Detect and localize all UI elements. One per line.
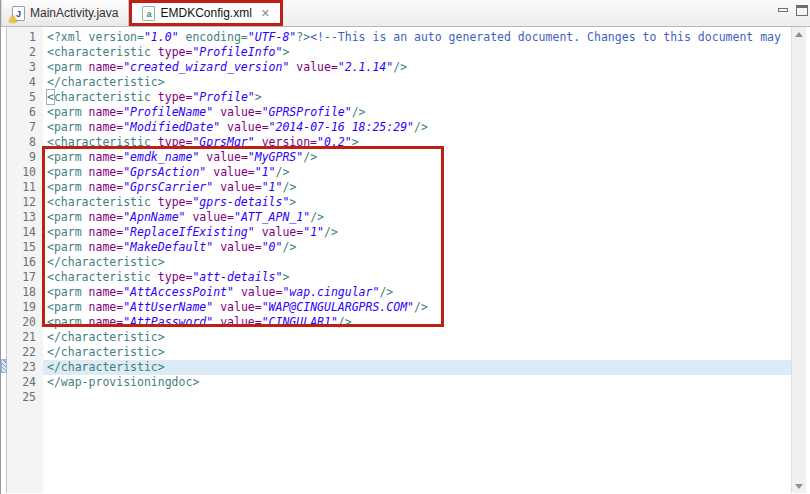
code-line[interactable]: </characteristic>: [43, 255, 791, 270]
line-number: 10: [7, 165, 43, 180]
line-number: 5: [7, 90, 43, 105]
code-line[interactable]: </characteristic>: [43, 75, 791, 90]
java-file-icon: J: [12, 6, 25, 21]
line-number: 11: [7, 180, 43, 195]
code-line[interactable]: <parm name="GprsAction" value="1"/>: [43, 165, 791, 180]
code-line[interactable]: <parm name="ProfileName" value="GPRSProf…: [43, 105, 791, 120]
code-line[interactable]: <?xml version="1.0" encoding="UTF-8"?><!…: [43, 30, 791, 45]
line-number: 14: [7, 225, 43, 240]
code-line[interactable]: <characteristic type="GprsMgr" version="…: [43, 135, 791, 150]
line-number: 21: [7, 330, 43, 345]
code-line[interactable]: <parm name="ModifiedDate" value="2014-07…: [43, 120, 791, 135]
eclipse-editor-window: J MainActivity.java a EMDKConfig.xml ✕ 1…: [0, 0, 810, 494]
line-number: 7: [7, 120, 43, 135]
code-line[interactable]: </characteristic>: [43, 360, 791, 375]
line-number: 23: [7, 360, 43, 375]
xml-file-icon: a: [142, 6, 155, 21]
code-line[interactable]: </characteristic>: [43, 330, 791, 345]
code-line[interactable]: <characteristic type="Profile">: [43, 90, 791, 105]
gutter-numbers: 1234567891011121314151617181920212223242…: [7, 27, 43, 493]
line-number: 15: [7, 240, 43, 255]
line-number: 19: [7, 300, 43, 315]
line-number: 9: [7, 150, 43, 165]
tab-label: EMDKConfig.xml: [160, 6, 251, 20]
code-line[interactable]: [43, 390, 791, 405]
line-number: 18: [7, 285, 43, 300]
line-number: 3: [7, 60, 43, 75]
maximize-icon[interactable]: [796, 5, 808, 16]
code-line[interactable]: <characteristic type="att-details">: [43, 270, 791, 285]
line-number: 16: [7, 255, 43, 270]
line-number: 25: [7, 390, 43, 405]
code-lines[interactable]: <?xml version="1.0" encoding="UTF-8"?><!…: [43, 27, 791, 493]
code-line[interactable]: <characteristic type="ProfileInfo">: [43, 45, 791, 60]
line-number: 24: [7, 375, 43, 390]
scroll-down-icon[interactable]: [792, 479, 806, 493]
tab-label: MainActivity.java: [30, 6, 118, 20]
tab-mainactivity-java[interactable]: J MainActivity.java: [1, 0, 129, 26]
code-line[interactable]: <parm name="emdk_name" value="MyGPRS"/>: [43, 150, 791, 165]
line-number: 13: [7, 210, 43, 225]
line-number: 1: [7, 30, 43, 45]
code-line[interactable]: <parm name="ReplaceIfExisting" value="1"…: [43, 225, 791, 240]
code-line[interactable]: <parm name="created_wizard_version" valu…: [43, 60, 791, 75]
xml-editor-area: 1234567891011121314151617181920212223242…: [1, 27, 810, 493]
line-number: 6: [7, 105, 43, 120]
line-number: 4: [7, 75, 43, 90]
minimize-icon[interactable]: [778, 8, 788, 12]
close-icon[interactable]: ✕: [261, 7, 270, 20]
code-line[interactable]: <parm name="ApnName" value="ATT_APN_1"/>: [43, 210, 791, 225]
vertical-scrollbar[interactable]: [791, 27, 806, 493]
code-line[interactable]: <parm name="MakeDefault" value="0"/>: [43, 240, 791, 255]
tab-emdkconfig-xml[interactable]: a EMDKConfig.xml ✕: [129, 0, 283, 26]
line-number: 22: [7, 345, 43, 360]
line-number: 17: [7, 270, 43, 285]
line-number: 20: [7, 315, 43, 330]
code-line[interactable]: </characteristic>: [43, 345, 791, 360]
line-number: 2: [7, 45, 43, 60]
code-line[interactable]: <characteristic type="gprs-details">: [43, 195, 791, 210]
line-number: 8: [7, 135, 43, 150]
view-window-controls: [778, 5, 808, 16]
current-line-range-marker: [1, 359, 7, 373]
scroll-up-icon[interactable]: [792, 27, 806, 41]
code-line[interactable]: <parm name="AttAccessPoint" value="wap.c…: [43, 285, 791, 300]
code-line[interactable]: <parm name="AttUserName" value="WAP@CING…: [43, 300, 791, 315]
editor-tab-bar: J MainActivity.java a EMDKConfig.xml ✕: [1, 0, 810, 27]
code-line[interactable]: </wap-provisioningdoc>: [43, 375, 791, 390]
code-line[interactable]: <parm name="AttPassword" value="CINGULAR…: [43, 315, 791, 330]
code-line[interactable]: <parm name="GprsCarrier" value="1"/>: [43, 180, 791, 195]
overview-ruler: [806, 27, 810, 493]
line-number: 12: [7, 195, 43, 210]
